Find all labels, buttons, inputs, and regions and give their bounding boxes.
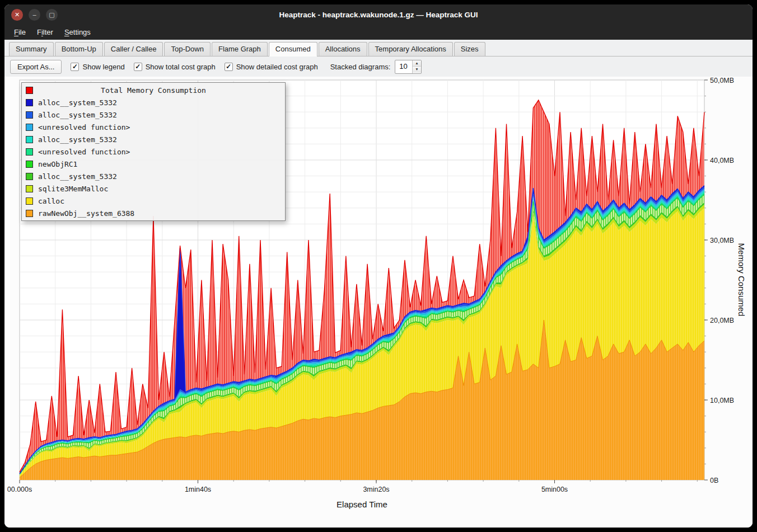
legend-swatch [26, 99, 33, 106]
checkbox-label: Show legend [82, 63, 124, 71]
y-axis-title: Memory Consumed [737, 243, 746, 317]
legend-label: alloc__system_5332 [38, 98, 117, 107]
legend-swatch [26, 148, 33, 156]
menubar: File Filter Settings [4, 25, 753, 40]
legend-item[interactable]: alloc__system_5332 [22, 133, 285, 145]
maximize-button[interactable]: ▢ [46, 9, 58, 21]
spinbox-arrows: ▲ ▼ [412, 60, 420, 73]
show-legend-checkbox[interactable]: ✓ Show legend [71, 63, 124, 71]
tab-bottom-up[interactable]: Bottom-Up [55, 42, 103, 56]
svg-text:50,0MB: 50,0MB [710, 77, 734, 84]
tab-flame-graph[interactable]: Flame Graph [212, 42, 268, 56]
close-icon: ✕ [15, 12, 20, 18]
legend-swatch [26, 136, 33, 143]
legend-label: <unresolved function> [38, 148, 130, 156]
legend-label: sqlite3MemMalloc [38, 185, 108, 193]
minimize-icon: – [32, 12, 36, 18]
x-axis-title: Elapsed Time [20, 500, 704, 509]
legend-swatch [26, 161, 33, 168]
legend-title: Total Memory Consumption [38, 86, 269, 95]
spin-up-icon[interactable]: ▲ [413, 60, 420, 67]
tab-bar: Summary Bottom-Up Caller / Callee Top-Do… [4, 40, 753, 57]
legend-item[interactable]: sqlite3MemMalloc [22, 182, 285, 195]
legend-item[interactable]: alloc__system_5332 [22, 109, 285, 121]
titlebar[interactable]: ✕ – ▢ Heaptrack - heaptrack.wakunode.1.g… [4, 4, 753, 25]
tab-caller-callee[interactable]: Caller / Callee [104, 42, 163, 56]
legend-label: newObjRC1 [38, 160, 77, 168]
checkbox-check-icon: ✓ [134, 63, 142, 71]
stacked-diagrams-label: Stacked diagrams: [330, 63, 391, 71]
app-window: ✕ – ▢ Heaptrack - heaptrack.wakunode.1.g… [4, 4, 753, 528]
svg-text:40,0MB: 40,0MB [710, 157, 734, 164]
menu-filter[interactable]: Filter [32, 26, 58, 38]
window-controls: ✕ – ▢ [11, 4, 58, 25]
checkbox-check-icon: ✓ [225, 63, 233, 71]
legend-label: alloc__system_5332 [38, 172, 117, 181]
maximize-icon: ▢ [49, 12, 54, 18]
menu-settings[interactable]: Settings [59, 26, 96, 38]
tab-sizes[interactable]: Sizes [454, 42, 485, 56]
consumed-chart: 00.000s1min40s3min20s5min00s0B10,0MB20,0… [4, 77, 753, 528]
legend-swatch [26, 197, 33, 205]
checkbox-check-icon: ✓ [71, 63, 79, 71]
legend-item[interactable]: <unresolved function> [22, 121, 285, 133]
svg-text:5min00s: 5min00s [541, 486, 568, 493]
legend-swatch [26, 185, 33, 192]
svg-text:1min40s: 1min40s [185, 486, 211, 493]
legend-swatch [26, 173, 33, 180]
chart-toolbar: Export As... ✓ Show legend ✓ Show total … [4, 57, 753, 77]
legend-swatch [26, 124, 33, 131]
spin-down-icon[interactable]: ▼ [413, 67, 420, 73]
legend-label: rawNewObj__system_6388 [38, 209, 134, 218]
show-total-cost-graph-checkbox[interactable]: ✓ Show total cost graph [134, 63, 216, 71]
spinbox-value[interactable]: 10 [395, 60, 412, 73]
svg-text:10,0MB: 10,0MB [710, 397, 734, 404]
checkbox-label: Show total cost graph [146, 63, 216, 71]
legend-label: <unresolved function> [38, 123, 130, 131]
svg-text:0B: 0B [710, 477, 718, 484]
stacked-diagrams-spinbox[interactable]: 10 ▲ ▼ [395, 60, 421, 74]
svg-text:00.000s: 00.000s [7, 486, 32, 493]
tab-temporary-allocations[interactable]: Temporary Allocations [368, 42, 453, 56]
close-button[interactable]: ✕ [11, 9, 23, 21]
minimize-button[interactable]: – [29, 9, 40, 21]
svg-text:30,0MB: 30,0MB [710, 237, 734, 244]
tab-consumed[interactable]: Consumed [269, 42, 317, 57]
svg-text:3min20s: 3min20s [363, 486, 389, 493]
window-title: Heaptrack - heaptrack.wakunode.1.gz — He… [4, 11, 753, 19]
legend-swatch [26, 210, 33, 217]
legend-item[interactable]: calloc [22, 195, 285, 207]
legend-swatch [26, 111, 33, 119]
tab-top-down[interactable]: Top-Down [164, 42, 211, 56]
menu-file[interactable]: File [9, 26, 31, 38]
legend-label: alloc__system_5332 [38, 135, 117, 144]
legend-total-swatch [26, 87, 33, 94]
chart-legend: Total Memory Consumptionalloc__system_53… [21, 82, 286, 221]
legend-item[interactable]: alloc__system_5332 [22, 96, 285, 109]
svg-text:20,0MB: 20,0MB [710, 317, 734, 324]
checkbox-label: Show detailed cost graph [236, 63, 318, 71]
tab-summary[interactable]: Summary [9, 42, 54, 56]
legend-label: calloc [38, 197, 64, 205]
tab-allocations[interactable]: Allocations [319, 42, 367, 56]
legend-item[interactable]: alloc__system_5332 [22, 170, 285, 182]
show-detailed-cost-graph-checkbox[interactable]: ✓ Show detailed cost graph [225, 63, 318, 71]
legend-title-row: Total Memory Consumption [22, 84, 285, 96]
legend-item[interactable]: rawNewObj__system_6388 [22, 207, 285, 219]
legend-item[interactable]: newObjRC1 [22, 158, 285, 170]
export-as-button[interactable]: Export As... [10, 60, 62, 74]
legend-label: alloc__system_5332 [38, 111, 117, 119]
legend-item[interactable]: <unresolved function> [22, 145, 285, 158]
